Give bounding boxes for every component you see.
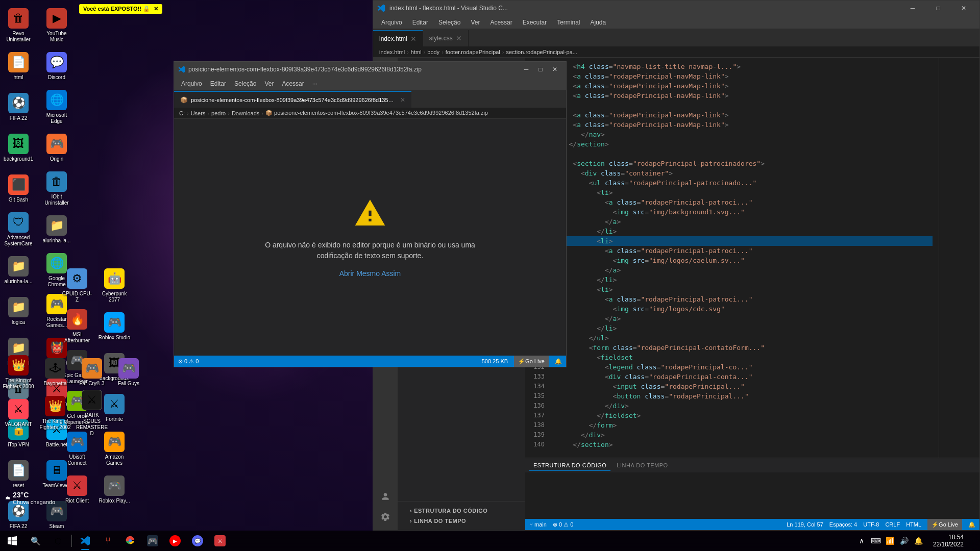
modal-menu-acessar[interactable]: Acessar [279,79,307,88]
breadcrumb-c[interactable]: C: [179,110,185,116]
fifa22-icon: ⚽ [8,93,29,113]
taskbar-search-btn[interactable]: 🔍 [24,531,47,551]
modal-active-tab[interactable]: 📦 posicione-elementos-com-flexbox-809f39… [174,91,411,108]
modal-status-bell[interactable]: 🔔 [555,358,562,365]
status-eol[interactable]: CRLF [885,521,900,528]
desktop-icon-discord[interactable]: 💬 Discord [38,46,75,87]
desktop-icon-msi[interactable]: 🔥 MSI Afterburner [59,306,95,347]
desktop-icon-youtube-music[interactable]: ▶ YouTube Music [38,5,75,46]
menu-selecao[interactable]: Seleção [434,18,464,27]
desktop-icon-valorant[interactable]: ⚔ VALORANT [0,393,37,434]
desktop-icon-roblox-studio[interactable]: 🎮 Roblox Studio [96,306,133,347]
modal-minimize-btn[interactable]: ─ [519,63,533,76]
modal-more-btn[interactable]: ··· [309,79,321,88]
breadcrumb-zipfile[interactable]: 📦 posicione-elementos-com-flexbox-809f39… [265,110,488,116]
modal-maximize-btn[interactable]: □ [533,63,548,76]
status-lang[interactable]: HTML [906,521,921,528]
notification-bar[interactable]: Você está EXPOSTO!! 🔒 ✕ [79,4,162,14]
desktop-icon-edge[interactable]: 🌐 Microsoft Edge [38,87,75,128]
taskbar-discord-btn[interactable]: 💬 [186,531,209,551]
menu-executar[interactable]: Executar [519,18,551,27]
bottom-tab-structure[interactable]: ESTRUTURA DO CÓDIGO [529,460,610,471]
code-text[interactable]: <h4 class="navmap-list-title navmap-l...… [551,58,939,458]
desktop-icon-html[interactable]: 📄 html [0,46,37,87]
menu-acessar[interactable]: Acessar [486,18,516,27]
desktop-icon-roblox-player[interactable]: 🎮 Roblox Play... [96,469,133,510]
activity-settings[interactable] [376,508,395,526]
taskbar-vscode-btn[interactable] [74,531,96,551]
vscode-close-btn[interactable]: ✕ [952,1,975,16]
menu-ajuda[interactable]: Ajuda [586,18,610,27]
menu-editar[interactable]: Editar [408,18,432,27]
desktop-icon-logica[interactable]: 📁 logica [0,291,37,332]
taskbar-chrome-btn[interactable] [119,531,141,551]
desktop-icon-cyberpunk[interactable]: 🤖 Cyberpunk 2077 [96,265,133,306]
desktop-icon-alurinha2[interactable]: 📁 alurinha-la... [38,209,75,250]
desktop-icon-reset[interactable]: 📄 reset [0,454,37,495]
taskbar-taskview-btn[interactable]: ⬡ [47,531,69,551]
sidebar-bottom: › ESTRUTURA DO CÓDIGO › LINHA DO TEMPO [398,501,525,530]
notification-close[interactable]: ✕ [154,6,158,12]
desktop-icon-darksouls[interactable]: ⚔ DARK SOULS REMASTERED [74,393,110,434]
iobit-icon: 🗑 [46,171,67,192]
status-spaces[interactable]: Espaços: 4 [829,521,857,528]
timeline-toggle[interactable]: › LINHA DO TEMPO [404,516,519,526]
tab-style-css[interactable]: style.css ✕ [423,30,469,46]
desktop-icon-origin[interactable]: 🎮 Origin [38,128,75,168]
breadcrumb-users[interactable]: Users [191,110,206,116]
tray-keyboard[interactable]: ⌨ [870,535,882,547]
taskbar-git-btn[interactable]: ⑂ [96,531,119,551]
taskbar-steam-btn[interactable]: 🎮 [141,531,164,551]
bottom-tab-timeline[interactable]: LINHA DO TEMPO [612,460,672,470]
menu-terminal[interactable]: Terminal [553,18,584,27]
desktop-icon-bg1[interactable]: 🖼 background1 [0,128,37,168]
status-encoding[interactable]: UTF-8 [863,521,879,528]
menu-ver[interactable]: Ver [467,18,484,27]
tray-up-arrow[interactable]: ∧ [855,535,868,547]
desktop-icon-bayonetta[interactable]: 🕹 Bayonetta [37,352,74,393]
modal-menu-editar[interactable]: Editar [207,79,229,88]
vscode-minimize-btn[interactable]: ─ [901,1,924,16]
tray-volume[interactable]: 🔊 [898,535,911,547]
start-button[interactable] [0,531,24,551]
status-position[interactable]: Ln 119, Col 57 [787,521,823,528]
desktop-icon-farcry3[interactable]: 🎮 Far Cry® 3 [74,352,110,393]
vscode-maximize-btn[interactable]: □ [926,1,950,16]
tray-notification[interactable]: 🔔 [913,535,925,547]
menu-arquivo[interactable]: Arquivo [377,18,406,27]
breadcrumb-downloads[interactable]: Downloads [232,110,259,116]
tab-index-html-close[interactable]: ✕ [410,35,416,43]
activity-account[interactable] [376,487,395,506]
desktop-icon-revo[interactable]: 🗑 Revo Uninstaller [0,5,37,46]
breadcrumb-pedro[interactable]: pedro [211,110,226,116]
modal-tab-close[interactable]: ✕ [400,96,405,104]
modal-menu-arquivo[interactable]: Arquivo [178,79,205,88]
bottom-tabs: ESTRUTURA DO CÓDIGO LINHA DO TEMPO [525,458,979,472]
desktop-icon-kof2002[interactable]: 👑 The King of Fighters 2002 [37,393,74,434]
desktop-icon-asc[interactable]: 🛡 Advanced SystemCare [0,209,37,250]
desktop-icon-kof2000[interactable]: 👑 The King of Fighters 2000 [0,352,37,393]
tray-network[interactable]: 📶 [884,535,896,547]
desktop-icon-fallguys[interactable]: 🎮 Fall Guys [110,352,147,393]
desktop-icon-riot2[interactable]: ⚔ Riot Client [59,469,95,510]
tab-style-css-close[interactable]: ✕ [456,34,462,42]
modal-open-anyway-link[interactable]: Abrir Mesmo Assim [339,269,401,278]
desktop-icon-git[interactable]: ⬛ Git Bash [0,168,37,209]
code-structure-toggle[interactable]: › ESTRUTURA DO CÓDIGO [404,506,519,516]
modal-close-btn[interactable]: ✕ [548,63,562,76]
editor-content[interactable]: 101 102 103 104 106 107 108 109 110 111 … [525,58,979,458]
clock[interactable]: 18:54 22/10/2022 [929,534,968,548]
modal-status-golive[interactable]: ⚡ Go Live [514,356,549,367]
modal-menu-selecao[interactable]: Seleção [231,79,259,88]
desktop-icon-iobit[interactable]: 🗑 IObit Uninstaller [38,168,75,209]
status-golive[interactable]: ⚡ Go Live [927,519,962,530]
desktop-icon-alurinha1[interactable]: 📁 alurinha-la... [0,250,37,291]
modal-menu-ver[interactable]: Ver [261,79,277,88]
status-bell[interactable]: 🔔 [968,521,975,528]
taskbar-youtube-btn[interactable]: ▶ [164,531,186,551]
show-desktop-btn[interactable] [972,531,976,551]
desktop-icon-cpuid[interactable]: ⚙ CPUID CPU-Z [59,265,95,306]
desktop-icon-fifa22-1[interactable]: ⚽ FIFA 22 [0,87,37,128]
taskbar-riot-btn[interactable]: ⚔ [209,531,231,551]
tab-index-html[interactable]: index.html ✕ [373,30,423,46]
